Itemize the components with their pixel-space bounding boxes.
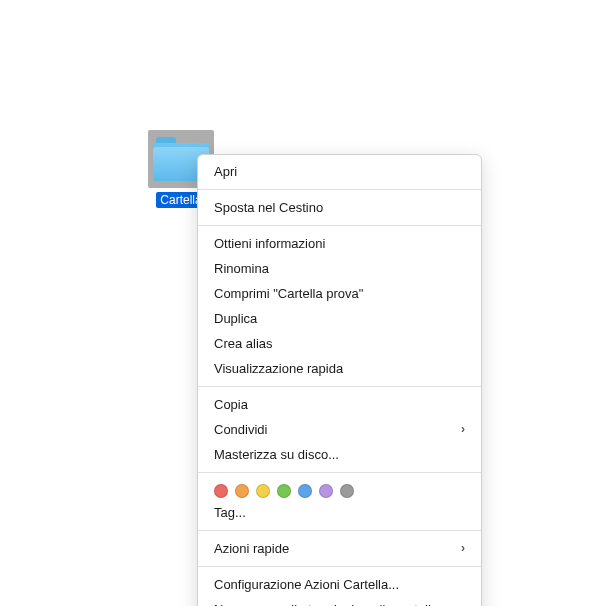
tag-yellow[interactable] [256, 484, 270, 498]
tag-blue[interactable] [298, 484, 312, 498]
menu-get-info[interactable]: Ottieni informazioni [198, 231, 481, 256]
menu-compress-label: Comprimi "Cartella prova" [214, 285, 363, 302]
tag-gray[interactable] [340, 484, 354, 498]
menu-separator [198, 225, 481, 226]
menu-separator [198, 386, 481, 387]
menu-separator [198, 566, 481, 567]
tag-purple[interactable] [319, 484, 333, 498]
tag-red[interactable] [214, 484, 228, 498]
chevron-right-icon: › [461, 540, 465, 557]
menu-new-terminal-tab[interactable]: Nuovo pannello terminale nella cartella [198, 597, 481, 606]
menu-compress[interactable]: Comprimi "Cartella prova" [198, 281, 481, 306]
menu-separator [198, 530, 481, 531]
menu-make-alias[interactable]: Crea alias [198, 331, 481, 356]
menu-burn-label: Masterizza su disco... [214, 446, 339, 463]
menu-quick-look[interactable]: Visualizzazione rapida [198, 356, 481, 381]
menu-separator [198, 472, 481, 473]
menu-copy[interactable]: Copia [198, 392, 481, 417]
menu-rename[interactable]: Rinomina [198, 256, 481, 281]
menu-tag[interactable]: Tag... [198, 500, 481, 525]
menu-tag-label: Tag... [214, 504, 246, 521]
menu-burn[interactable]: Masterizza su disco... [198, 442, 481, 467]
menu-share[interactable]: Condividi › [198, 417, 481, 442]
menu-make-alias-label: Crea alias [214, 335, 273, 352]
chevron-right-icon: › [461, 421, 465, 438]
menu-rename-label: Rinomina [214, 260, 269, 277]
tag-orange[interactable] [235, 484, 249, 498]
context-menu: Apri Sposta nel Cestino Ottieni informaz… [197, 154, 482, 606]
menu-quick-actions[interactable]: Azioni rapide › [198, 536, 481, 561]
menu-quick-actions-label: Azioni rapide [214, 540, 289, 557]
menu-duplicate[interactable]: Duplica [198, 306, 481, 331]
menu-folder-actions-setup[interactable]: Configurazione Azioni Cartella... [198, 572, 481, 597]
menu-tags-row [198, 478, 481, 500]
menu-quick-look-label: Visualizzazione rapida [214, 360, 343, 377]
menu-open[interactable]: Apri [198, 159, 481, 184]
menu-separator [198, 189, 481, 190]
menu-new-terminal-tab-label: Nuovo pannello terminale nella cartella [214, 601, 438, 606]
menu-folder-actions-setup-label: Configurazione Azioni Cartella... [214, 576, 399, 593]
menu-share-label: Condividi [214, 421, 267, 438]
menu-copy-label: Copia [214, 396, 248, 413]
menu-open-label: Apri [214, 163, 237, 180]
menu-duplicate-label: Duplica [214, 310, 257, 327]
menu-get-info-label: Ottieni informazioni [214, 235, 325, 252]
menu-move-to-trash[interactable]: Sposta nel Cestino [198, 195, 481, 220]
tag-green[interactable] [277, 484, 291, 498]
menu-move-to-trash-label: Sposta nel Cestino [214, 199, 323, 216]
